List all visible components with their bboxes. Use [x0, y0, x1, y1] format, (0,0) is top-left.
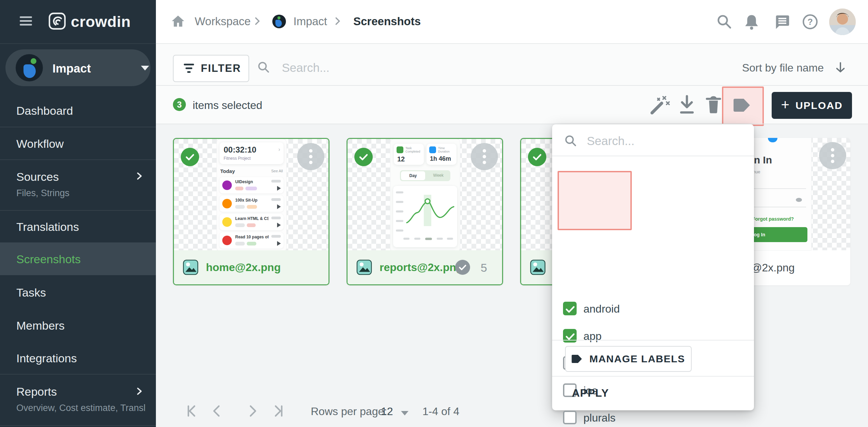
- image-file-icon: [356, 259, 372, 275]
- label-tag-icon[interactable]: [734, 99, 750, 112]
- sidebar-item-translations[interactable]: Translations: [0, 211, 156, 242]
- image-file-icon: [183, 259, 198, 275]
- sidebar-item-screenshots[interactable]: Screenshots: [0, 242, 156, 275]
- label-option-android[interactable]: android: [552, 297, 754, 321]
- sidebar: crowdin Impact Dashboard Workflow Source…: [0, 0, 156, 427]
- manage-labels-button[interactable]: MANAGE LABELS: [565, 346, 692, 372]
- project-switcher[interactable]: Impact: [5, 49, 150, 86]
- rows-per-page-label: Rows per page:: [311, 405, 387, 418]
- divider: [0, 425, 156, 426]
- sidebar-item-integrations[interactable]: Integrations: [0, 341, 156, 374]
- last-page-icon[interactable]: [270, 403, 287, 419]
- chevron-down-icon: [141, 66, 149, 70]
- selected-check-icon[interactable]: [181, 148, 199, 166]
- screenshot-card-reports[interactable]: Task Completed 12 Time Duration 1h 46m D…: [347, 138, 503, 285]
- divider: [552, 376, 754, 377]
- breadcrumb-current: Screenshots: [353, 15, 421, 28]
- app-root: crowdin Impact Dashboard Workflow Source…: [0, 0, 868, 427]
- label-option-app[interactable]: app: [552, 324, 754, 349]
- plus-icon: +: [781, 98, 789, 112]
- top-header: [156, 0, 868, 44]
- preview-section: Today: [220, 168, 235, 174]
- checkbox-icon: [563, 302, 577, 315]
- chevron-right-icon: [333, 16, 342, 26]
- chevron-right-icon: [253, 16, 262, 26]
- preview-line-chart: [405, 189, 456, 233]
- sidebar-item-sources[interactable]: Sources Files, Strings: [0, 160, 156, 210]
- first-page-icon[interactable]: [183, 403, 200, 419]
- preview-timer: 00:32:10: [224, 145, 256, 155]
- user-avatar[interactable]: [829, 9, 856, 35]
- label-search-input[interactable]: [586, 132, 741, 150]
- card-footer: reports@2x.png 5: [348, 250, 502, 284]
- download-icon[interactable]: [676, 94, 697, 115]
- auto-tag-wand-icon[interactable]: [650, 94, 671, 115]
- preview-forgot-link: Forgot password?: [752, 216, 794, 222]
- file-name: reports@2x.png: [380, 261, 463, 274]
- card-footer: home@2x.png: [174, 250, 328, 284]
- selected-labels-highlight: [558, 171, 632, 230]
- label-option-plurals[interactable]: plurals: [552, 406, 754, 427]
- apply-button[interactable]: APPLY: [572, 387, 609, 399]
- rows-per-page-caret-icon[interactable]: [401, 411, 408, 415]
- divider: [552, 156, 754, 156]
- next-page-icon[interactable]: [244, 403, 261, 419]
- sidebar-item-tasks[interactable]: Tasks: [0, 275, 156, 308]
- divider: [156, 124, 868, 124]
- toolbar-search-input[interactable]: [281, 58, 521, 78]
- screenshot-thumbnail: Task Completed 12 Time Duration 1h 46m D…: [348, 139, 502, 251]
- project-name: Impact: [52, 62, 91, 75]
- search-icon[interactable]: [715, 12, 734, 31]
- hamburger-menu-icon[interactable]: [20, 16, 32, 27]
- sort-label: Sort by file name: [742, 62, 824, 74]
- breadcrumb-workspace[interactable]: Workspace: [195, 15, 251, 28]
- image-file-icon: [530, 259, 546, 275]
- card-menu-kebab-icon[interactable]: [471, 143, 498, 170]
- filter-icon: [184, 64, 194, 73]
- notifications-bell-icon[interactable]: [742, 12, 761, 31]
- search-icon: [256, 60, 272, 75]
- sidebar-item-workflow[interactable]: Workflow: [0, 127, 156, 159]
- upload-button[interactable]: + UPLOAD: [772, 92, 852, 119]
- divider: [552, 340, 754, 341]
- sidebar-item-members[interactable]: Members: [0, 308, 156, 341]
- filter-button[interactable]: FILTER: [173, 55, 249, 82]
- selected-check-icon[interactable]: [528, 148, 546, 166]
- rows-per-page-value[interactable]: 12: [381, 405, 393, 418]
- home-icon[interactable]: [170, 14, 186, 29]
- selected-count-label: items selected: [193, 99, 262, 112]
- arrow-down-icon: [833, 61, 848, 75]
- project-avatar: [16, 54, 43, 81]
- password-eye-icon: [796, 198, 802, 202]
- label-tag-icon: [572, 355, 582, 363]
- card-menu-kebab-icon[interactable]: [297, 143, 324, 170]
- label-count-badge-icon: [455, 260, 470, 275]
- checkbox-icon: [563, 411, 577, 424]
- messages-chat-icon[interactable]: [772, 12, 791, 31]
- card-menu-kebab-icon[interactable]: [819, 142, 846, 169]
- label-dropdown: android app emails ios plurals: [552, 124, 754, 410]
- help-icon[interactable]: ?: [801, 12, 820, 31]
- screenshot-card-home[interactable]: 00:32:10 › Fitness Project Today See All…: [173, 138, 329, 285]
- label-count: 5: [481, 261, 487, 274]
- breadcrumb-project-avatar: [272, 15, 286, 28]
- sort-control[interactable]: Sort by file name: [742, 61, 848, 75]
- sidebar-item-reports[interactable]: Reports Overview, Cost estimate, Transl…: [0, 375, 156, 425]
- selected-check-icon[interactable]: [354, 148, 373, 166]
- preview-project: Fitness Project: [224, 156, 251, 161]
- preview-see-all: See All: [271, 169, 283, 173]
- page-range-label: 1-4 of 4: [422, 405, 460, 418]
- breadcrumb-project[interactable]: Impact: [293, 15, 327, 28]
- chevron-right-icon: [135, 387, 144, 396]
- crowdin-logo-icon[interactable]: [48, 12, 66, 31]
- delete-trash-icon[interactable]: [703, 94, 724, 115]
- crowdin-wordmark: crowdin: [71, 13, 131, 31]
- search-icon: [563, 133, 579, 149]
- previous-page-icon[interactable]: [209, 403, 225, 419]
- selected-count-badge: 3: [173, 98, 186, 111]
- preview-logo: [768, 138, 777, 142]
- sidebar-item-dashboard[interactable]: Dashboard: [0, 95, 156, 127]
- file-name: @2x.png: [751, 262, 795, 274]
- file-name: home@2x.png: [206, 261, 281, 274]
- screenshot-thumbnail: 00:32:10 › Fitness Project Today See All…: [174, 139, 328, 251]
